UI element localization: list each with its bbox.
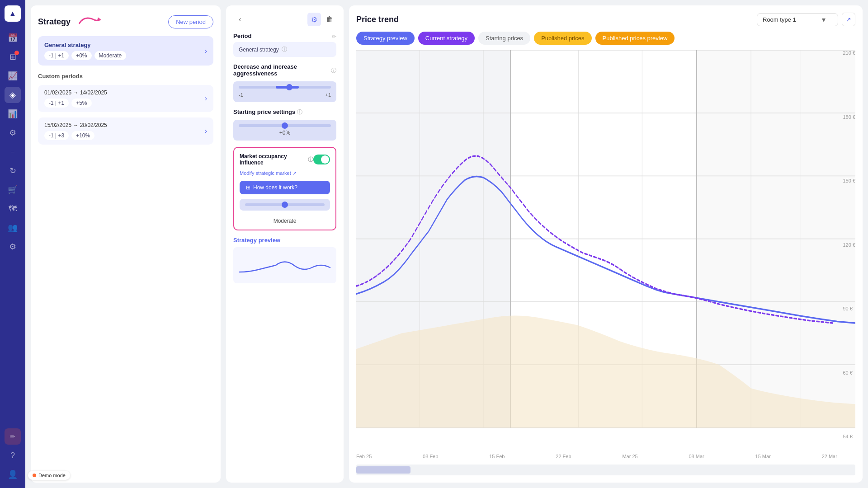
y-label-90: 90 € [843, 306, 855, 311]
sidebar-icon-pencil[interactable]: ✏ [5, 428, 21, 445]
y-label-210: 210 € [843, 50, 855, 56]
sidebar-icon-bottom-settings[interactable]: ⚙ [5, 239, 21, 255]
general-strategy-title: General strategy [44, 42, 126, 48]
market-slider-track[interactable] [245, 203, 325, 206]
sidebar-icon-cart[interactable]: 🛒 [5, 182, 21, 198]
sidebar-icon-calendar[interactable]: 📅 [5, 30, 21, 46]
sidebar-icon-chart[interactable]: 📈 [5, 68, 21, 84]
general-strategy-tag1: -1 | +1 [44, 51, 69, 60]
period-2-dates: 15/02/2025 → 28/02/2025 [44, 122, 107, 128]
demo-mode-label: Demo mode [38, 473, 66, 478]
app-logo[interactable]: ▲ [5, 5, 21, 22]
period-card-2[interactable]: 15/02/2025 → 28/02/2025 -1 | +3 +10% › [38, 117, 213, 145]
starting-price-slider-container: +0% [233, 120, 336, 141]
aggressiveness-slider-thumb[interactable] [286, 84, 292, 90]
new-period-button[interactable]: New period [168, 15, 213, 28]
period-1-left: 01/02/2025 → 14/02/2025 -1 | +1 +5% [44, 89, 107, 108]
delete-icon-button[interactable]: 🗑 [323, 13, 336, 26]
price-trend-title: Price trend [356, 15, 399, 24]
general-strategy-card[interactable]: General strategy -1 | +1 +0% Moderate › [38, 36, 213, 66]
sidebar-icon-users[interactable]: 👥 [5, 220, 21, 236]
period-value-display: General strategy ⓘ [233, 42, 336, 57]
starting-price-info-icon: ⓘ [297, 108, 302, 116]
strategy-header: Strategy New period [38, 13, 213, 31]
tab-starting-prices[interactable]: Starting prices [478, 32, 530, 45]
market-occupancy-box: Market occupancy influence ⓘ Modify stra… [233, 147, 336, 230]
sidebar-badge-grid [14, 51, 19, 55]
general-strategy-tag2: +0% [71, 51, 91, 60]
toggle-thumb [321, 155, 329, 164]
period-edit-icon[interactable]: ✏ [332, 33, 336, 40]
general-strategy-tag3: Moderate [94, 51, 127, 60]
back-button[interactable]: ‹ [233, 13, 247, 26]
y-label-150: 150 € [843, 178, 855, 183]
aggressiveness-info-icon: ⓘ [331, 67, 336, 75]
market-slider-container [240, 199, 330, 211]
period-1-dates: 01/02/2025 → 14/02/2025 [44, 89, 107, 96]
x-label-feb22: 22 Feb [556, 454, 571, 459]
starting-price-label: Starting price settings [233, 108, 295, 115]
chart-scrollbar-thumb[interactable] [356, 466, 410, 474]
sidebar: ▲ 📅 ⊞ 📈 ◈ 📊 ⚙ ─ ↻ 🛒 🗺 👥 ⚙ ✏ ? 👤 [0, 0, 25, 488]
period-1-tag2: +5% [71, 99, 91, 108]
strategy-title: Strategy [38, 13, 103, 31]
sidebar-icon-settings[interactable]: ⚙ [5, 125, 21, 141]
x-label-feb08: 08 Feb [423, 454, 438, 459]
slider-min-label: -1 [239, 92, 243, 98]
aggressiveness-slider-track[interactable] [239, 86, 331, 89]
x-label-feb25: Feb 25 [356, 454, 372, 459]
how-does-it-work-button[interactable]: ⊞ How does it work? [240, 181, 330, 194]
general-strategy-value: General strategy [239, 47, 279, 53]
demo-mode-badge: Demo mode [28, 471, 70, 480]
tab-current-strategy[interactable]: Current strategy [418, 32, 475, 45]
chart-y-labels: 210 € 180 € 150 € 120 € 90 € 60 € 54 € [843, 50, 855, 441]
starting-price-value: +0% [239, 130, 331, 136]
sidebar-bottom: ✏ ? 👤 [5, 428, 21, 483]
sidebar-icon-strategy[interactable]: ◈ [5, 87, 21, 103]
svg-marker-0 [97, 17, 102, 21]
period-1-tags: -1 | +1 +5% [44, 99, 107, 108]
aggressiveness-section: Decrease and increase aggressiveness ⓘ -… [233, 63, 336, 102]
x-label-mar15: 15 Mar [755, 454, 771, 459]
strategy-preview-title: Strategy preview [233, 237, 336, 244]
chart-area: 210 € 180 € 150 € 120 € 90 € 60 € 54 € F… [356, 50, 855, 459]
market-occupancy-title: Market occupancy influence ⓘ [240, 153, 313, 166]
period-card-1[interactable]: 01/02/2025 → 14/02/2025 -1 | +1 +5% › [38, 85, 213, 112]
y-label-120: 120 € [843, 242, 855, 248]
main-content: Strategy New period General strategy -1 … [25, 0, 868, 488]
room-type-select[interactable]: Room type 1 [757, 13, 838, 26]
sidebar-icon-analytics[interactable]: 📊 [5, 106, 21, 122]
moderate-label: Moderate [240, 218, 330, 224]
period-2-chevron-icon: › [205, 127, 207, 135]
aggressiveness-slider-labels: -1 +1 [239, 92, 331, 98]
chart-scrollbar[interactable] [356, 465, 855, 475]
period-section: Period ✏ General strategy ⓘ [233, 33, 336, 57]
general-strategy-chevron-icon: › [205, 47, 207, 55]
period-2-tag2: +10% [71, 131, 94, 140]
tab-strategy-preview[interactable]: Strategy preview [356, 32, 415, 45]
custom-periods-title: Custom periods [38, 73, 213, 80]
tab-published-prices[interactable]: Published prices [534, 32, 591, 45]
room-select-wrapper: Room type 1 [757, 13, 838, 26]
x-label-mar22: 22 Mar [822, 454, 837, 459]
general-strategy-tags: -1 | +1 +0% Moderate [44, 51, 126, 60]
external-link-button[interactable]: ↗ [842, 13, 855, 26]
starting-price-slider-track[interactable] [239, 124, 331, 127]
starting-price-slider-thumb[interactable] [282, 122, 288, 129]
sidebar-icon-grid[interactable]: ⊞ [5, 49, 21, 65]
sidebar-icon-help[interactable]: ? [5, 447, 21, 464]
market-occupancy-header: Market occupancy influence ⓘ [240, 153, 330, 166]
sidebar-icon-user[interactable]: 👤 [5, 466, 21, 483]
y-label-54: 54 € [843, 434, 855, 439]
arrow-decoration [76, 13, 103, 31]
market-occupancy-info-icon: ⓘ [308, 156, 313, 164]
market-slider-thumb[interactable] [282, 202, 288, 208]
demo-dot [33, 474, 36, 477]
sidebar-icon-map[interactable]: 🗺 [5, 201, 21, 217]
market-occupancy-toggle[interactable] [313, 155, 330, 164]
settings-icon-button[interactable]: ⚙ [307, 13, 321, 26]
modify-market-link[interactable]: Modify strategic market ↗ [240, 170, 330, 176]
tab-published-prices-preview[interactable]: Published prices preview [595, 32, 675, 45]
sidebar-icon-refresh[interactable]: ↻ [5, 163, 21, 179]
slider-max-label: +1 [325, 92, 331, 98]
